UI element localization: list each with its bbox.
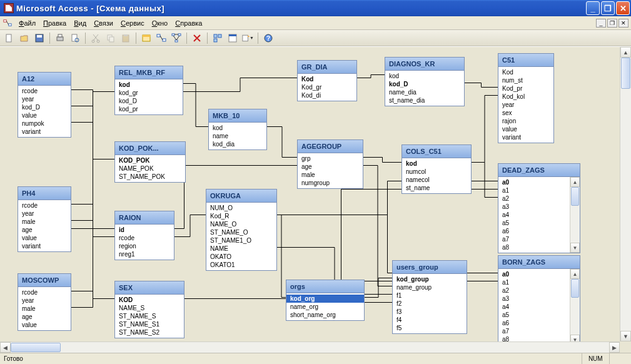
table-field[interactable]: kod: [209, 124, 266, 132]
table-field[interactable]: id: [115, 226, 174, 234]
copy-icon[interactable]: [104, 31, 118, 45]
table-field[interactable]: kod_D: [115, 97, 183, 105]
scroll-right-icon[interactable]: ▶: [609, 342, 620, 353]
table-okruga[interactable]: OKRUGANUM_OKod_RNAME_OST_NAME_OST_NAME1_…: [206, 189, 277, 271]
table-field[interactable]: Kod_R: [206, 212, 276, 220]
table-header[interactable]: RAION: [115, 211, 174, 225]
table-header[interactable]: A12: [18, 73, 71, 86]
table-header[interactable]: BORN_ZAGS: [498, 256, 580, 269]
table-moscowp[interactable]: MOSCOWPrcodeyearmaleagevalue: [18, 273, 71, 331]
table-field[interactable]: a2: [498, 195, 570, 203]
print-preview-icon[interactable]: [68, 31, 82, 45]
table-field[interactable]: rcode: [18, 201, 71, 210]
table-born_zags[interactable]: BORN_ZAGSa0a1a2a3a4a5a6a7a8▲▼: [498, 255, 580, 341]
table-field[interactable]: a8: [498, 335, 570, 341]
table-field[interactable]: value: [18, 111, 71, 119]
table-field[interactable]: a4: [498, 211, 570, 219]
table-field[interactable]: NUM_O: [206, 204, 276, 212]
table-field[interactable]: a7: [498, 327, 570, 335]
table-field[interactable]: age: [18, 226, 71, 234]
table-header[interactable]: C51: [498, 54, 553, 67]
table-field[interactable]: rcode: [115, 234, 174, 242]
table-header[interactable]: MKB_10: [209, 109, 266, 123]
table-field[interactable]: kod_gr: [115, 89, 183, 97]
new-icon[interactable]: [3, 31, 16, 45]
table-field[interactable]: name_org: [286, 303, 364, 311]
table-raion[interactable]: RAIONidrcoderegionnreg1: [114, 211, 174, 260]
table-field[interactable]: a6: [498, 227, 570, 235]
table-field[interactable]: value: [498, 125, 553, 133]
table-header[interactable]: AGEGROUP: [298, 140, 363, 153]
table-field[interactable]: ST_NAME_POK: [115, 173, 185, 181]
table-sex[interactable]: SEXKODNAME_SST_NAME_SST_NAME_S1ST_NAME_S…: [114, 281, 184, 338]
table-field[interactable]: a3: [498, 203, 570, 211]
table-field[interactable]: kod_pr: [115, 105, 183, 113]
table-field[interactable]: rcode: [18, 87, 71, 95]
table-field[interactable]: NAME_POK: [115, 164, 185, 173]
menu-связи[interactable]: Связи: [90, 18, 117, 28]
table-gr_dia[interactable]: GR_DIAKodKod_grKod_di: [297, 60, 357, 101]
table-orgs[interactable]: orgskod_orgname_orgshort_name_org: [286, 280, 365, 321]
table-header[interactable]: PH4: [18, 187, 71, 200]
menu-справка[interactable]: Справка: [171, 18, 206, 28]
table-field[interactable]: NAME_O: [206, 220, 276, 228]
table-header[interactable]: orgs: [286, 280, 364, 293]
table-field[interactable]: variant: [18, 242, 71, 250]
table-field[interactable]: Kod_pr: [498, 84, 553, 93]
table-field[interactable]: KOD_POK: [115, 156, 185, 164]
table-field[interactable]: f4: [393, 316, 467, 324]
table-field[interactable]: short_name_org: [286, 311, 364, 319]
mdi-restore-button[interactable]: ❐: [607, 19, 617, 28]
table-field[interactable]: namecol: [402, 176, 471, 184]
scroll-thumb[interactable]: [621, 58, 630, 89]
table-field[interactable]: st_name: [402, 184, 471, 192]
table-field[interactable]: OKATO1: [206, 261, 276, 269]
table-field[interactable]: region: [115, 242, 174, 250]
print-icon[interactable]: [53, 31, 67, 45]
table-field[interactable]: NAME: [206, 245, 276, 253]
table-header[interactable]: DEAD_ZAGS: [498, 164, 580, 177]
database-window-icon[interactable]: [226, 31, 240, 45]
table-field[interactable]: a4: [498, 303, 570, 311]
table-field[interactable]: year: [498, 101, 553, 109]
table-field[interactable]: kod_D: [18, 103, 71, 111]
table-field[interactable]: sex: [498, 109, 553, 117]
menu-сервис[interactable]: Сервис: [117, 18, 148, 28]
show-direct-icon[interactable]: [154, 31, 168, 45]
table-field[interactable]: numcol: [402, 168, 471, 176]
table-field[interactable]: ST_NAME_S1: [115, 320, 184, 328]
vertical-scrollbar[interactable]: ▲ ▼: [620, 47, 631, 341]
table-field[interactable]: name_group: [393, 283, 467, 291]
table-field[interactable]: KOD: [115, 296, 184, 304]
table-field[interactable]: value: [18, 234, 71, 242]
table-field[interactable]: f1: [393, 291, 467, 300]
table-header[interactable]: MOSCOWP: [18, 274, 71, 287]
table-field[interactable]: a7: [498, 235, 570, 243]
table-field[interactable]: nreg1: [115, 250, 174, 258]
scroll-up-icon[interactable]: ▲: [620, 47, 631, 58]
menu-вид[interactable]: Вид: [70, 18, 90, 28]
table-header[interactable]: GR_DIA: [298, 61, 356, 74]
scroll-thumb[interactable]: [11, 343, 61, 352]
table-header[interactable]: REL_MKB_RF: [115, 66, 183, 79]
table-header[interactable]: SEX: [115, 281, 184, 295]
table-field[interactable]: a0: [498, 270, 570, 278]
table-field[interactable]: st_name_dia: [385, 96, 464, 104]
table-field[interactable]: name_dia: [385, 88, 464, 96]
mdi-close-button[interactable]: ✕: [618, 19, 628, 28]
table-field[interactable]: age: [18, 313, 71, 321]
relationships-canvas[interactable]: A12rcodeyearkod_DvaluenumpokvariantREL_M…: [0, 46, 631, 353]
table-field[interactable]: kod_group: [393, 275, 467, 283]
save-icon[interactable]: [33, 31, 46, 45]
table-rel_mkb_rf[interactable]: REL_MKB_RFkodkod_grkod_Dkod_pr: [114, 66, 183, 115]
table-field[interactable]: a5: [498, 219, 570, 227]
table-field[interactable]: a1: [498, 186, 570, 195]
table-field[interactable]: Kod: [298, 75, 356, 83]
table-a12[interactable]: A12rcodeyearkod_Dvaluenumpokvariant: [18, 72, 71, 138]
table-cols_c51[interactable]: COLS_C51kodnumcolnamecolst_name: [401, 144, 472, 194]
table-field[interactable]: Kod: [498, 68, 553, 76]
table-scrollbar[interactable]: ▲▼: [570, 269, 580, 341]
table-field[interactable]: f3: [393, 308, 467, 316]
table-field[interactable]: OKATO: [206, 253, 276, 261]
scroll-left-icon[interactable]: ◀: [0, 342, 11, 353]
